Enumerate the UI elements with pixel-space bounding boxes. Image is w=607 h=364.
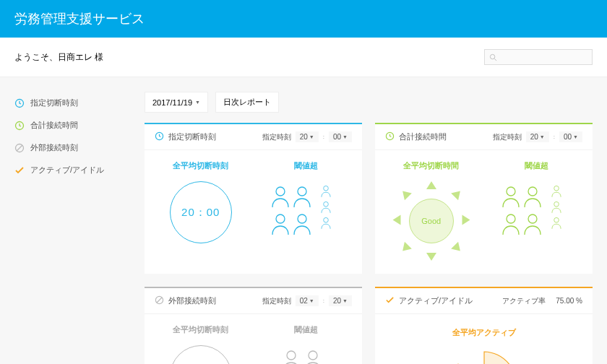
svg-point-17 bbox=[528, 187, 537, 196]
date-selector[interactable]: 2017/11/19 ▼ bbox=[145, 92, 208, 113]
app-header: 労務管理支援サービス bbox=[0, 0, 607, 38]
col-title-avg: 全平均切断時間 bbox=[382, 160, 481, 171]
clock-icon bbox=[14, 98, 25, 108]
svg-line-1 bbox=[494, 58, 496, 61]
svg-line-24 bbox=[157, 298, 162, 303]
chevron-down-icon: ▼ bbox=[540, 134, 545, 139]
hour-selector[interactable]: 02 ▼ bbox=[296, 295, 319, 306]
avg-circle: 02：20 bbox=[170, 345, 232, 364]
sidebar-label: 合計接続時間 bbox=[30, 120, 78, 131]
people-icon bbox=[496, 181, 576, 239]
col-title-avg: 全平均切断時刻 bbox=[152, 160, 250, 171]
svg-point-10 bbox=[276, 214, 285, 223]
svg-point-21 bbox=[554, 202, 559, 207]
people-icon bbox=[266, 181, 345, 239]
card-connect: 合計接続時間 指定時刻 20 ▼ : 00 ▼ 全平均切断時間 Good bbox=[375, 123, 593, 274]
chevron-down-icon: ▼ bbox=[309, 298, 314, 303]
svg-point-13 bbox=[324, 202, 329, 207]
svg-point-26 bbox=[309, 351, 317, 360]
card-title-text: アクティブ/アイドル bbox=[399, 295, 473, 306]
minute-selector[interactable]: 00 ▼ bbox=[559, 131, 582, 142]
svg-point-12 bbox=[324, 186, 329, 191]
clock-icon bbox=[14, 121, 25, 131]
clock-icon bbox=[155, 131, 164, 142]
svg-point-25 bbox=[287, 351, 296, 360]
search-input[interactable] bbox=[484, 49, 593, 65]
card-shutoff: 指定切断時刻 指定時刻 20 ▼ : 00 ▼ 全平均切断時刻 20：00 bbox=[145, 123, 362, 274]
chevron-down-icon: ▼ bbox=[343, 134, 348, 139]
sidebar-item-external[interactable]: 外部接続時刻 bbox=[14, 136, 130, 159]
chevron-down-icon: ▼ bbox=[573, 134, 578, 139]
svg-point-20 bbox=[554, 186, 559, 191]
sidebar-item-connect[interactable]: 合計接続時間 bbox=[14, 114, 130, 136]
minute-selector[interactable]: 00 ▼ bbox=[329, 131, 352, 142]
svg-point-11 bbox=[298, 214, 306, 223]
chevron-down-icon: ▼ bbox=[309, 134, 314, 139]
pie-chart bbox=[448, 348, 520, 364]
check-icon bbox=[385, 295, 395, 306]
avg-circle: 20：00 bbox=[170, 181, 232, 243]
sidebar-label: 指定切断時刻 bbox=[30, 98, 78, 108]
sidebar-item-active[interactable]: アクティブ/アイドル bbox=[14, 159, 130, 181]
chevron-down-icon: ▼ bbox=[195, 100, 200, 105]
clock-icon bbox=[385, 131, 395, 142]
col-title-active: 全平均アクティブ bbox=[382, 327, 585, 338]
svg-point-16 bbox=[507, 187, 515, 196]
welcome-bar: ようこそ、日商エレ 様 bbox=[0, 38, 607, 77]
sidebar: 指定切断時刻 合計接続時間 外部接続時刻 アクティブ/アイドル 社員データ bbox=[0, 77, 130, 364]
noclock-icon bbox=[155, 295, 164, 306]
col-title-avg: 全平均切断時刻 bbox=[152, 324, 250, 335]
svg-point-8 bbox=[276, 187, 285, 196]
control-label: 指定時刻 bbox=[262, 132, 291, 142]
sidebar-item-shutoff[interactable]: 指定切断時刻 bbox=[14, 92, 130, 114]
svg-point-22 bbox=[554, 217, 559, 222]
card-title-text: 指定切断時刻 bbox=[168, 131, 216, 142]
card-active: アクティブ/アイドル アクティブ率 75.00 % 全平均アクティブ bbox=[375, 287, 593, 364]
hour-selector[interactable]: 20 ▼ bbox=[526, 131, 549, 142]
chevron-down-icon: ▼ bbox=[343, 298, 348, 303]
svg-point-19 bbox=[528, 214, 537, 223]
hour-selector[interactable]: 20 ▼ bbox=[296, 131, 319, 142]
svg-point-0 bbox=[490, 54, 494, 58]
control-label: 指定時刻 bbox=[262, 296, 291, 306]
svg-point-9 bbox=[298, 187, 306, 196]
minute-selector[interactable]: 20 ▼ bbox=[329, 295, 352, 306]
svg-point-18 bbox=[507, 214, 515, 223]
control-label: 指定時刻 bbox=[493, 132, 522, 142]
sidebar-label: アクティブ/アイドル bbox=[30, 165, 104, 176]
noclock-icon bbox=[14, 143, 25, 153]
app-title: 労務管理支援サービス bbox=[14, 12, 145, 26]
col-title-over: 閾値超 bbox=[257, 160, 356, 171]
card-title-text: 合計接続時間 bbox=[399, 131, 447, 142]
people-icon bbox=[273, 345, 338, 364]
svg-line-5 bbox=[17, 145, 22, 151]
col-title-over: 閾値超 bbox=[257, 324, 356, 335]
rate-label: アクティブ率 bbox=[502, 296, 546, 306]
rate-value: 75.00 % bbox=[556, 297, 582, 305]
main-content: 2017/11/19 ▼ 日次レポート 指定切断時刻 指定時刻 20 ▼ : 0… bbox=[130, 77, 607, 364]
sun-icon: Good bbox=[392, 181, 471, 261]
col-title-over: 閾値超 bbox=[488, 160, 586, 171]
svg-point-14 bbox=[324, 217, 329, 222]
card-external: 外部接続時刻 指定時刻 02 ▼ : 20 ▼ 全平均切断時刻 02：20 bbox=[145, 287, 362, 364]
report-selector[interactable]: 日次レポート bbox=[215, 92, 279, 113]
card-title-text: 外部接続時刻 bbox=[168, 295, 216, 306]
sidebar-label: 外部接続時刻 bbox=[30, 142, 78, 153]
search-icon bbox=[489, 53, 497, 61]
welcome-text: ようこそ、日商エレ 様 bbox=[14, 51, 103, 64]
check-icon bbox=[14, 165, 25, 176]
